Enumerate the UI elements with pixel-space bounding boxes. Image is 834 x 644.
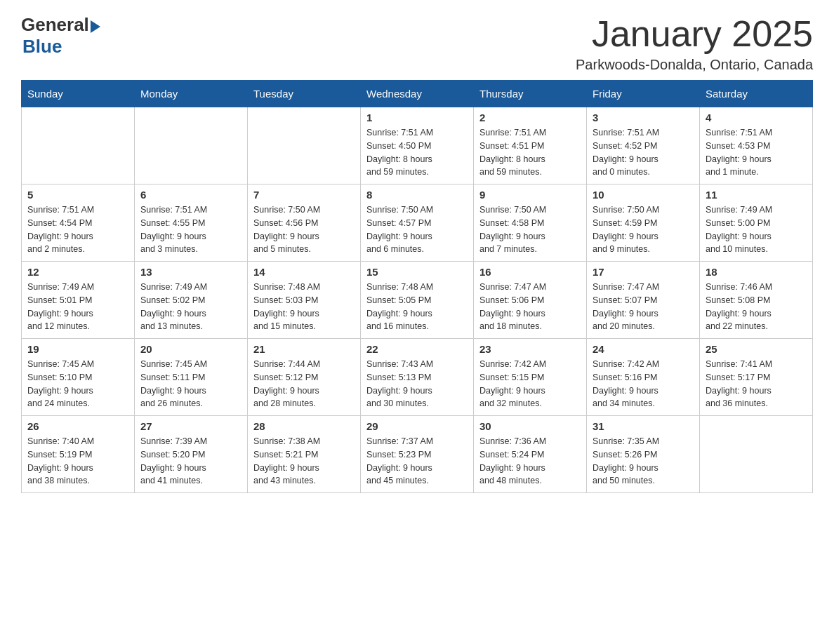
day-info: Sunrise: 7:49 AMSunset: 5:01 PMDaylight:… — [27, 281, 128, 333]
calendar-cell: 9Sunrise: 7:50 AMSunset: 4:58 PMDaylight… — [474, 185, 587, 262]
calendar-cell: 1Sunrise: 7:51 AMSunset: 4:50 PMDaylight… — [361, 107, 474, 185]
calendar-cell: 17Sunrise: 7:47 AMSunset: 5:07 PMDayligh… — [587, 262, 700, 339]
day-info: Sunrise: 7:42 AMSunset: 5:16 PMDaylight:… — [593, 358, 694, 410]
calendar-cell — [248, 107, 361, 185]
day-number: 29 — [366, 420, 468, 432]
day-info: Sunrise: 7:41 AMSunset: 5:17 PMDaylight:… — [706, 358, 807, 410]
day-info: Sunrise: 7:48 AMSunset: 5:03 PMDaylight:… — [253, 281, 355, 333]
calendar-cell: 2Sunrise: 7:51 AMSunset: 4:51 PMDaylight… — [474, 107, 587, 185]
calendar-cell: 27Sunrise: 7:39 AMSunset: 5:20 PMDayligh… — [135, 416, 248, 493]
calendar-cell: 7Sunrise: 7:50 AMSunset: 4:56 PMDaylight… — [248, 185, 361, 262]
week-row-1: 1Sunrise: 7:51 AMSunset: 4:50 PMDaylight… — [22, 107, 813, 185]
header-tuesday: Tuesday — [248, 81, 361, 107]
header-friday: Friday — [587, 81, 700, 107]
header-sunday: Sunday — [22, 81, 135, 107]
day-number: 22 — [366, 343, 468, 355]
day-info: Sunrise: 7:50 AMSunset: 4:56 PMDaylight:… — [253, 203, 355, 256]
calendar-cell: 3Sunrise: 7:51 AMSunset: 4:52 PMDaylight… — [587, 107, 700, 185]
day-number: 4 — [706, 112, 807, 123]
calendar-cell: 19Sunrise: 7:45 AMSunset: 5:10 PMDayligh… — [22, 339, 135, 416]
week-row-2: 5Sunrise: 7:51 AMSunset: 4:54 PMDaylight… — [22, 185, 813, 262]
day-number: 16 — [479, 266, 581, 278]
day-info: Sunrise: 7:50 AMSunset: 4:57 PMDaylight:… — [366, 203, 468, 256]
day-number: 18 — [706, 266, 807, 278]
calendar-cell: 26Sunrise: 7:40 AMSunset: 5:19 PMDayligh… — [22, 416, 135, 493]
logo-general-text: General — [21, 14, 89, 36]
day-number: 15 — [366, 266, 468, 278]
day-number: 24 — [593, 343, 694, 355]
day-info: Sunrise: 7:51 AMSunset: 4:52 PMDaylight:… — [593, 126, 694, 179]
week-row-5: 26Sunrise: 7:40 AMSunset: 5:19 PMDayligh… — [22, 416, 813, 493]
calendar-cell — [22, 107, 135, 185]
day-number: 23 — [479, 343, 581, 355]
day-number: 13 — [140, 266, 241, 278]
calendar-cell: 5Sunrise: 7:51 AMSunset: 4:54 PMDaylight… — [22, 185, 135, 262]
day-number: 19 — [27, 343, 128, 355]
day-info: Sunrise: 7:39 AMSunset: 5:20 PMDaylight:… — [140, 435, 241, 488]
calendar-cell: 30Sunrise: 7:36 AMSunset: 5:24 PMDayligh… — [474, 416, 587, 493]
calendar-cell: 4Sunrise: 7:51 AMSunset: 4:53 PMDaylight… — [700, 107, 813, 185]
day-info: Sunrise: 7:37 AMSunset: 5:23 PMDaylight:… — [366, 435, 468, 488]
day-info: Sunrise: 7:38 AMSunset: 5:21 PMDaylight:… — [253, 435, 355, 488]
day-number: 27 — [140, 420, 241, 432]
day-info: Sunrise: 7:49 AMSunset: 5:00 PMDaylight:… — [706, 203, 807, 256]
header-thursday: Thursday — [474, 81, 587, 107]
header-wednesday: Wednesday — [361, 81, 474, 107]
day-number: 2 — [479, 112, 581, 123]
calendar-cell: 28Sunrise: 7:38 AMSunset: 5:21 PMDayligh… — [248, 416, 361, 493]
day-number: 17 — [593, 266, 694, 278]
logo: General Blue — [21, 14, 100, 58]
day-info: Sunrise: 7:40 AMSunset: 5:19 PMDaylight:… — [27, 435, 128, 488]
day-number: 14 — [253, 266, 355, 278]
day-info: Sunrise: 7:50 AMSunset: 4:59 PMDaylight:… — [593, 203, 694, 256]
day-number: 30 — [479, 420, 581, 432]
day-number: 8 — [366, 189, 468, 201]
day-number: 25 — [706, 343, 807, 355]
calendar-cell: 11Sunrise: 7:49 AMSunset: 5:00 PMDayligh… — [700, 185, 813, 262]
calendar-table: SundayMondayTuesdayWednesdayThursdayFrid… — [21, 80, 813, 493]
calendar-cell: 12Sunrise: 7:49 AMSunset: 5:01 PMDayligh… — [22, 262, 135, 339]
day-info: Sunrise: 7:43 AMSunset: 5:13 PMDaylight:… — [366, 358, 468, 410]
header-monday: Monday — [135, 81, 248, 107]
day-number: 5 — [27, 189, 128, 201]
day-info: Sunrise: 7:49 AMSunset: 5:02 PMDaylight:… — [140, 281, 241, 333]
day-number: 3 — [593, 112, 694, 123]
day-info: Sunrise: 7:35 AMSunset: 5:26 PMDaylight:… — [593, 435, 694, 488]
header-saturday: Saturday — [700, 81, 813, 107]
calendar-cell: 24Sunrise: 7:42 AMSunset: 5:16 PMDayligh… — [587, 339, 700, 416]
day-info: Sunrise: 7:47 AMSunset: 5:07 PMDaylight:… — [593, 281, 694, 333]
calendar-cell: 25Sunrise: 7:41 AMSunset: 5:17 PMDayligh… — [700, 339, 813, 416]
calendar-cell: 31Sunrise: 7:35 AMSunset: 5:26 PMDayligh… — [587, 416, 700, 493]
day-number: 28 — [253, 420, 355, 432]
calendar-subtitle: Parkwoods-Donalda, Ontario, Canada — [576, 57, 813, 73]
calendar-cell: 14Sunrise: 7:48 AMSunset: 5:03 PMDayligh… — [248, 262, 361, 339]
calendar-cell: 16Sunrise: 7:47 AMSunset: 5:06 PMDayligh… — [474, 262, 587, 339]
calendar-cell: 13Sunrise: 7:49 AMSunset: 5:02 PMDayligh… — [135, 262, 248, 339]
calendar-cell: 29Sunrise: 7:37 AMSunset: 5:23 PMDayligh… — [361, 416, 474, 493]
calendar-cell: 8Sunrise: 7:50 AMSunset: 4:57 PMDaylight… — [361, 185, 474, 262]
day-number: 10 — [593, 189, 694, 201]
day-info: Sunrise: 7:45 AMSunset: 5:10 PMDaylight:… — [27, 358, 128, 410]
day-number: 20 — [140, 343, 241, 355]
week-row-3: 12Sunrise: 7:49 AMSunset: 5:01 PMDayligh… — [22, 262, 813, 339]
day-info: Sunrise: 7:48 AMSunset: 5:05 PMDaylight:… — [366, 281, 468, 333]
calendar-header-row: SundayMondayTuesdayWednesdayThursdayFrid… — [22, 81, 813, 107]
day-info: Sunrise: 7:51 AMSunset: 4:51 PMDaylight:… — [479, 126, 581, 179]
day-info: Sunrise: 7:51 AMSunset: 4:55 PMDaylight:… — [140, 203, 241, 256]
day-number: 9 — [479, 189, 581, 201]
calendar-cell: 18Sunrise: 7:46 AMSunset: 5:08 PMDayligh… — [700, 262, 813, 339]
calendar-cell: 6Sunrise: 7:51 AMSunset: 4:55 PMDaylight… — [135, 185, 248, 262]
calendar-cell: 23Sunrise: 7:42 AMSunset: 5:15 PMDayligh… — [474, 339, 587, 416]
day-number: 1 — [366, 112, 468, 123]
day-number: 26 — [27, 420, 128, 432]
day-number: 31 — [593, 420, 694, 432]
day-info: Sunrise: 7:42 AMSunset: 5:15 PMDaylight:… — [479, 358, 581, 410]
day-number: 11 — [706, 189, 807, 201]
page-header: General Blue January 2025 Parkwoods-Dona… — [21, 14, 813, 73]
calendar-cell — [700, 416, 813, 493]
calendar-title: January 2025 — [576, 14, 813, 54]
calendar-cell: 22Sunrise: 7:43 AMSunset: 5:13 PMDayligh… — [361, 339, 474, 416]
day-info: Sunrise: 7:51 AMSunset: 4:54 PMDaylight:… — [27, 203, 128, 256]
day-info: Sunrise: 7:51 AMSunset: 4:53 PMDaylight:… — [706, 126, 807, 179]
title-section: January 2025 Parkwoods-Donalda, Ontario,… — [576, 14, 813, 73]
